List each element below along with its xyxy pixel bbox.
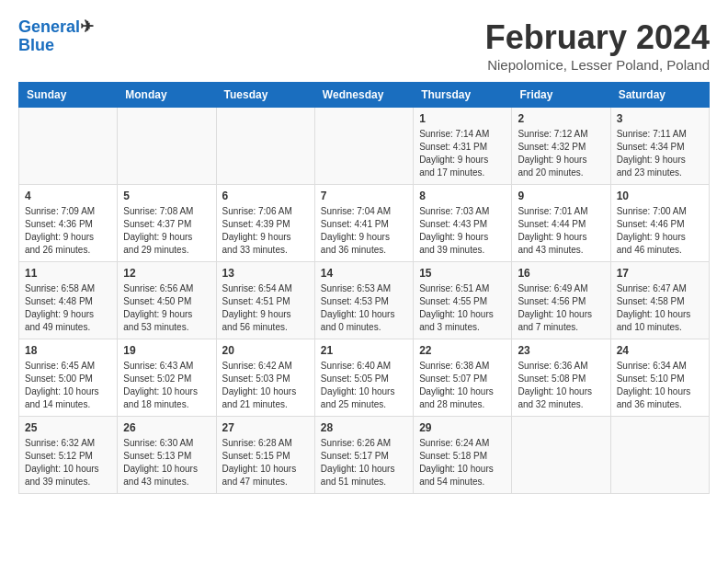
table-row: 4Sunrise: 7:09 AM Sunset: 4:36 PM Daylig… [19, 185, 118, 262]
day-info: Sunrise: 6:30 AM Sunset: 5:13 PM Dayligh… [123, 437, 210, 488]
logo: General✈Blue [18, 18, 94, 55]
table-row [19, 108, 118, 185]
day-info: Sunrise: 6:28 AM Sunset: 5:15 PM Dayligh… [222, 437, 309, 488]
col-saturday: Saturday [610, 83, 709, 108]
day-number: 4 [25, 190, 111, 202]
location: Niepolomice, Lesser Poland, Poland [485, 57, 710, 73]
table-row: 17Sunrise: 6:47 AM Sunset: 4:58 PM Dayli… [610, 262, 709, 339]
logo-text: General✈Blue [18, 18, 94, 55]
day-number: 29 [419, 421, 506, 434]
col-wednesday: Wednesday [314, 83, 413, 108]
table-row: 19Sunrise: 6:43 AM Sunset: 5:02 PM Dayli… [118, 339, 216, 417]
day-number: 20 [222, 344, 309, 357]
day-info: Sunrise: 6:54 AM Sunset: 4:51 PM Dayligh… [222, 282, 309, 334]
day-number: 28 [321, 421, 407, 434]
day-info: Sunrise: 7:01 AM Sunset: 4:44 PM Dayligh… [518, 205, 604, 257]
day-info: Sunrise: 6:58 AM Sunset: 4:48 PM Dayligh… [25, 282, 111, 334]
day-info: Sunrise: 7:14 AM Sunset: 4:31 PM Dayligh… [419, 128, 506, 179]
day-number: 26 [123, 421, 210, 434]
day-info: Sunrise: 6:32 AM Sunset: 5:12 PM Dayligh… [25, 437, 111, 488]
table-row: 3Sunrise: 7:11 AM Sunset: 4:34 PM Daylig… [610, 108, 709, 185]
day-number: 10 [617, 190, 703, 202]
day-info: Sunrise: 6:47 AM Sunset: 4:58 PM Dayligh… [617, 282, 703, 334]
day-number: 13 [222, 267, 309, 280]
calendar-table: Sunday Monday Tuesday Wednesday Thursday… [18, 82, 710, 494]
table-row: 24Sunrise: 6:34 AM Sunset: 5:10 PM Dayli… [610, 339, 709, 417]
day-number: 15 [419, 267, 506, 280]
table-row: 8Sunrise: 7:03 AM Sunset: 4:43 PM Daylig… [414, 185, 512, 262]
table-row: 13Sunrise: 6:54 AM Sunset: 4:51 PM Dayli… [216, 262, 314, 339]
day-number: 23 [518, 344, 604, 357]
day-number: 24 [617, 344, 703, 357]
day-info: Sunrise: 6:43 AM Sunset: 5:02 PM Dayligh… [123, 360, 210, 411]
day-number: 9 [518, 190, 604, 202]
table-row: 22Sunrise: 6:38 AM Sunset: 5:07 PM Dayli… [414, 339, 512, 417]
day-number: 2 [518, 112, 604, 125]
day-info: Sunrise: 6:53 AM Sunset: 4:53 PM Dayligh… [321, 282, 407, 334]
table-row: 16Sunrise: 6:49 AM Sunset: 4:56 PM Dayli… [512, 262, 610, 339]
day-info: Sunrise: 7:12 AM Sunset: 4:32 PM Dayligh… [518, 128, 604, 179]
table-row: 11Sunrise: 6:58 AM Sunset: 4:48 PM Dayli… [19, 262, 118, 339]
day-number: 16 [518, 267, 604, 280]
table-row [512, 417, 610, 494]
table-row [610, 417, 709, 494]
day-number: 22 [419, 344, 506, 357]
day-number: 7 [321, 190, 407, 202]
day-info: Sunrise: 6:38 AM Sunset: 5:07 PM Dayligh… [419, 360, 506, 411]
table-row [216, 108, 314, 185]
day-info: Sunrise: 7:06 AM Sunset: 4:39 PM Dayligh… [222, 205, 309, 257]
table-row [314, 108, 413, 185]
table-row: 12Sunrise: 6:56 AM Sunset: 4:50 PM Dayli… [118, 262, 216, 339]
day-info: Sunrise: 6:26 AM Sunset: 5:17 PM Dayligh… [321, 437, 407, 488]
day-info: Sunrise: 6:40 AM Sunset: 5:05 PM Dayligh… [321, 360, 407, 411]
day-info: Sunrise: 6:42 AM Sunset: 5:03 PM Dayligh… [222, 360, 309, 411]
col-friday: Friday [512, 83, 610, 108]
calendar-week-2: 4Sunrise: 7:09 AM Sunset: 4:36 PM Daylig… [19, 185, 710, 262]
day-info: Sunrise: 6:56 AM Sunset: 4:50 PM Dayligh… [123, 282, 210, 334]
col-sunday: Sunday [19, 83, 118, 108]
table-row: 10Sunrise: 7:00 AM Sunset: 4:46 PM Dayli… [610, 185, 709, 262]
calendar-week-3: 11Sunrise: 6:58 AM Sunset: 4:48 PM Dayli… [19, 262, 710, 339]
table-row: 23Sunrise: 6:36 AM Sunset: 5:08 PM Dayli… [512, 339, 610, 417]
table-row: 27Sunrise: 6:28 AM Sunset: 5:15 PM Dayli… [216, 417, 314, 494]
day-number: 5 [123, 190, 210, 202]
day-number: 21 [321, 344, 407, 357]
day-info: Sunrise: 6:34 AM Sunset: 5:10 PM Dayligh… [617, 360, 703, 411]
table-row: 9Sunrise: 7:01 AM Sunset: 4:44 PM Daylig… [512, 185, 610, 262]
day-info: Sunrise: 7:08 AM Sunset: 4:37 PM Dayligh… [123, 205, 210, 257]
col-monday: Monday [118, 83, 216, 108]
table-row [118, 108, 216, 185]
day-info: Sunrise: 7:11 AM Sunset: 4:34 PM Dayligh… [617, 128, 703, 179]
day-info: Sunrise: 7:03 AM Sunset: 4:43 PM Dayligh… [419, 205, 506, 257]
day-number: 12 [123, 267, 210, 280]
calendar-week-5: 25Sunrise: 6:32 AM Sunset: 5:12 PM Dayli… [19, 417, 710, 494]
day-number: 8 [419, 190, 506, 202]
table-row: 5Sunrise: 7:08 AM Sunset: 4:37 PM Daylig… [118, 185, 216, 262]
table-row: 6Sunrise: 7:06 AM Sunset: 4:39 PM Daylig… [216, 185, 314, 262]
day-info: Sunrise: 7:04 AM Sunset: 4:41 PM Dayligh… [321, 205, 407, 257]
day-number: 25 [25, 421, 111, 434]
day-info: Sunrise: 6:45 AM Sunset: 5:00 PM Dayligh… [25, 360, 111, 411]
table-row: 26Sunrise: 6:30 AM Sunset: 5:13 PM Dayli… [118, 417, 216, 494]
calendar-header-row: Sunday Monday Tuesday Wednesday Thursday… [19, 83, 710, 108]
day-info: Sunrise: 6:24 AM Sunset: 5:18 PM Dayligh… [419, 437, 506, 488]
table-row: 18Sunrise: 6:45 AM Sunset: 5:00 PM Dayli… [19, 339, 118, 417]
table-row: 29Sunrise: 6:24 AM Sunset: 5:18 PM Dayli… [414, 417, 512, 494]
day-info: Sunrise: 6:51 AM Sunset: 4:55 PM Dayligh… [419, 282, 506, 334]
col-thursday: Thursday [414, 83, 512, 108]
day-info: Sunrise: 6:49 AM Sunset: 4:56 PM Dayligh… [518, 282, 604, 334]
day-number: 18 [25, 344, 111, 357]
table-row: 28Sunrise: 6:26 AM Sunset: 5:17 PM Dayli… [314, 417, 413, 494]
day-number: 14 [321, 267, 407, 280]
day-number: 1 [419, 112, 506, 125]
day-number: 6 [222, 190, 309, 202]
title-area: February 2024 Niepolomice, Lesser Poland… [485, 18, 710, 73]
day-info: Sunrise: 7:00 AM Sunset: 4:46 PM Dayligh… [617, 205, 703, 257]
table-row: 25Sunrise: 6:32 AM Sunset: 5:12 PM Dayli… [19, 417, 118, 494]
day-number: 19 [123, 344, 210, 357]
col-tuesday: Tuesday [216, 83, 314, 108]
day-info: Sunrise: 6:36 AM Sunset: 5:08 PM Dayligh… [518, 360, 604, 411]
page-header: General✈Blue February 2024 Niepolomice, … [18, 18, 710, 73]
table-row: 14Sunrise: 6:53 AM Sunset: 4:53 PM Dayli… [314, 262, 413, 339]
table-row: 2Sunrise: 7:12 AM Sunset: 4:32 PM Daylig… [512, 108, 610, 185]
